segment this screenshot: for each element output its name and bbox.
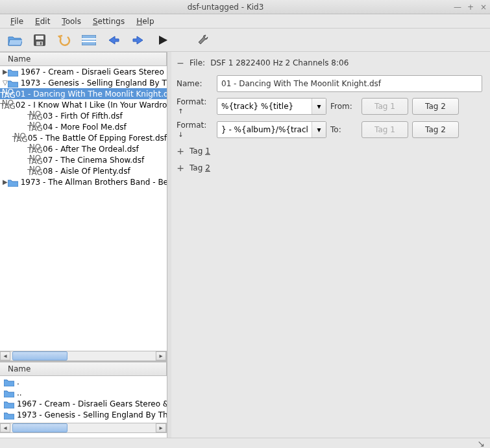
scroll-left-button[interactable]: ◂ [0, 423, 10, 432]
folder-list-item[interactable]: .. [0, 387, 167, 398]
revert-button[interactable] [56, 32, 73, 49]
tree-item-label: 08 - Aisle Of Plenty.dsf [43, 167, 130, 176]
name-input[interactable] [217, 75, 482, 92]
tree-folder-row[interactable]: ▽1973 - Genesis - Selling England By The… [0, 77, 167, 88]
scroll-track[interactable] [11, 423, 155, 432]
configure-button[interactable] [195, 32, 212, 49]
menu-help[interactable]: Help [131, 16, 159, 27]
tree-header-name[interactable]: Name [0, 52, 167, 66]
menu-edit[interactable]: Edit [30, 16, 55, 27]
from-tag2-button[interactable]: Tag 2 [412, 98, 459, 115]
folder-panel: Name ...1967 - Cream - Disraeli Gears St… [0, 361, 167, 438]
tree-file-row[interactable]: NOTAG01 - Dancing With The Moonlit Knigh… [0, 88, 167, 99]
file-collapse-button[interactable]: − [177, 58, 184, 67]
file-info: DSF 1 2822400 Hz 2 Channels 8:06 [210, 58, 349, 67]
format-from-row: Format:↑ ▾ From: Tag 1 Tag 2 [177, 97, 482, 115]
tag2-expand-button[interactable]: + [177, 163, 184, 172]
chevron-down-icon[interactable]: ▾ [312, 122, 326, 137]
tree-folder-row[interactable]: ▶1967 - Cream - Disraeli Gears Stereo & … [0, 66, 167, 77]
format-to-row: Format:↓ ▾ To: Tag 1 Tag 2 [177, 121, 482, 139]
expander-icon[interactable]: ▽ [3, 79, 8, 86]
folder-scrollbar[interactable]: ◂ ▸ [0, 423, 167, 433]
notag-icon: NOTAG [30, 113, 40, 119]
folder-icon [8, 79, 18, 87]
prev-button[interactable] [105, 32, 122, 49]
folder-item-label: .. [17, 388, 22, 397]
tree-item-label: 07 - The Cinema Show.dsf [43, 156, 144, 165]
folder-icon [4, 378, 14, 386]
scroll-right-button[interactable]: ▸ [156, 351, 166, 360]
picture-button[interactable] [80, 32, 97, 49]
folder-header-name[interactable]: Name [0, 362, 167, 376]
open-button[interactable] [6, 32, 23, 49]
folder-icon [4, 400, 14, 408]
picture-icon [82, 35, 96, 45]
tree-file-row[interactable]: NOTAG08 - Aisle Of Plenty.dsf [0, 165, 167, 176]
tree-file-row[interactable]: NOTAG03 - Firth Of Fifth.dsf [0, 110, 167, 121]
format-to-combo[interactable]: ▾ [217, 121, 326, 138]
save-button[interactable] [31, 32, 48, 49]
folder-list-item[interactable]: . [0, 376, 167, 387]
notag-icon: NOTAG [30, 157, 40, 163]
scroll-track[interactable] [11, 351, 155, 360]
tree-item-label: 1973 - Genesis - Selling England By The … [21, 78, 167, 88]
format-to-input[interactable] [217, 122, 312, 137]
folder-item-label: 1967 - Cream - Disraeli Gears Stereo & M… [17, 399, 167, 408]
to-label: To: [330, 125, 358, 134]
expander-icon[interactable]: ▶ [3, 68, 8, 75]
tree-item-label: 03 - Firth Of Fifth.dsf [43, 112, 123, 121]
name-row: Name: [177, 75, 482, 92]
notag-icon: NOTAG [30, 146, 40, 152]
next-button[interactable] [130, 32, 147, 49]
tree-file-row[interactable]: NOTAG07 - The Cinema Show.dsf [0, 154, 167, 165]
file-tree[interactable]: ▶1967 - Cream - Disraeli Gears Stereo & … [0, 66, 167, 351]
resize-grip-icon[interactable]: ↘ [477, 438, 485, 448]
menu-file[interactable]: File [5, 16, 29, 27]
tree-item-label: 1967 - Cream - Disraeli Gears Stereo & M… [21, 67, 167, 77]
tree-file-row[interactable]: NOTAG05 - The Battle Of Epping Forest.ds… [0, 132, 167, 143]
maximize-button[interactable]: + [464, 3, 477, 12]
tag2-section: + Tag 2 [177, 163, 482, 172]
tree-folder-row[interactable]: ▶1973 - The Allman Brothers Band - Begin… [0, 176, 167, 187]
format-from-combo[interactable]: ▾ [217, 98, 326, 115]
scroll-left-button[interactable]: ◂ [0, 351, 10, 360]
folder-list-item[interactable]: 1973 - Genesis - Selling England By The … [0, 409, 167, 420]
folder-icon [8, 68, 18, 76]
tree-file-row[interactable]: NOTAG06 - After The Ordeal.dsf [0, 143, 167, 154]
expander-icon[interactable]: ▶ [3, 178, 8, 185]
scroll-right-button[interactable]: ▸ [156, 423, 166, 432]
folder-list-item[interactable]: 1967 - Cream - Disraeli Gears Stereo & M… [0, 398, 167, 409]
minimize-button[interactable]: — [451, 3, 464, 12]
folder-icon [8, 178, 18, 186]
format-label-up: Format:↑ [177, 97, 213, 115]
scroll-thumb[interactable] [12, 351, 67, 360]
tag1-expand-button[interactable]: + [177, 147, 184, 156]
notag-icon: NOTAG [3, 102, 13, 108]
menu-tools[interactable]: Tools [56, 16, 86, 27]
to-tag2-button[interactable]: Tag 2 [412, 121, 459, 138]
tree-scrollbar[interactable]: ◂ ▸ [0, 351, 167, 361]
folder-item-label: 1973 - Genesis - Selling England By The … [17, 410, 167, 419]
scroll-thumb[interactable] [12, 423, 67, 432]
play-icon [158, 35, 168, 45]
folder-item-label: . [17, 377, 19, 386]
format-label-down: Format:↓ [177, 121, 213, 139]
window-title: dsf-untagged - Kid3 [0, 3, 451, 12]
play-button[interactable] [154, 32, 171, 49]
chevron-down-icon[interactable]: ▾ [312, 99, 326, 114]
tree-item-label: 06 - After The Ordeal.dsf [43, 145, 139, 154]
statusbar: ↘ [0, 438, 490, 448]
tree-file-row[interactable]: NOTAG04 - More Fool Me.dsf [0, 121, 167, 132]
close-button[interactable]: × [477, 3, 490, 12]
tree-item-label: 05 - The Battle Of Epping Forest.dsf [28, 134, 167, 143]
save-icon [33, 34, 46, 47]
file-prefix: File: [190, 58, 205, 67]
menu-settings[interactable]: Settings [88, 16, 130, 27]
folder-list[interactable]: ...1967 - Cream - Disraeli Gears Stereo … [0, 376, 167, 423]
tree-file-row[interactable]: NOTAG02 - I Know What I Like (In Your Wa… [0, 99, 167, 110]
arrow-left-icon [107, 35, 120, 45]
svg-rect-6 [82, 41, 96, 42]
format-from-input[interactable] [217, 99, 312, 114]
tree-item-label: 02 - I Know What I Like (In Your Wardrob… [16, 100, 167, 110]
file-info-row: − File: DSF 1 2822400 Hz 2 Channels 8:06 [177, 58, 482, 67]
